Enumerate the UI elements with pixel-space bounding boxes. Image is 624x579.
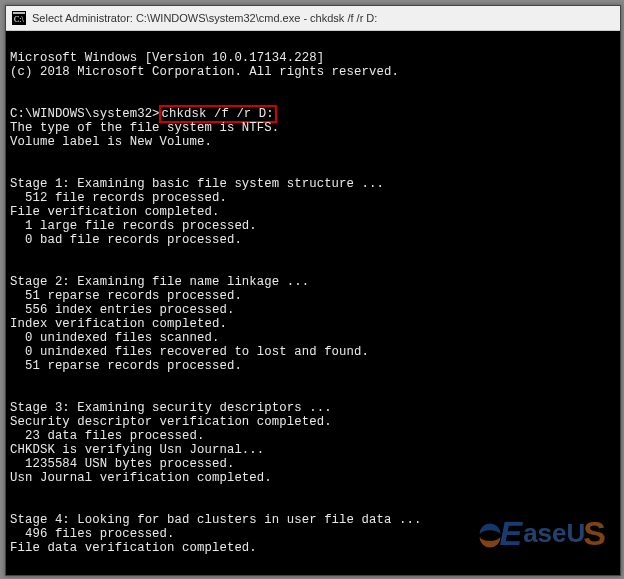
line: 1235584 USN bytes processed. xyxy=(10,457,234,471)
line: 51 reparse records processed. xyxy=(10,289,242,303)
line: 51 reparse records processed. xyxy=(10,359,242,373)
stage-heading: Stage 3: Examining security descriptors … xyxy=(10,401,332,415)
line: (c) 2018 Microsoft Corporation. All righ… xyxy=(10,65,399,79)
line: File data verification completed. xyxy=(10,541,257,555)
line: 0 unindexed files scanned. xyxy=(10,331,219,345)
titlebar[interactable]: C:\ Select Administrator: C:\WINDOWS\sys… xyxy=(6,6,620,31)
line: CHKDSK is verifying Usn Journal... xyxy=(10,443,264,457)
blank-line xyxy=(10,247,616,261)
cmd-window: C:\ Select Administrator: C:\WINDOWS\sys… xyxy=(5,5,621,576)
line: 0 bad file records processed. xyxy=(10,233,242,247)
stage-heading: Stage 1: Examining basic file system str… xyxy=(10,177,384,191)
blank-line xyxy=(10,373,616,387)
prompt: C:\WINDOWS\system32>chkdsk /f /r D: xyxy=(10,107,276,121)
line: 496 files processed. xyxy=(10,527,175,541)
line: File verification completed. xyxy=(10,205,219,219)
line: Microsoft Windows [Version 10.0.17134.22… xyxy=(10,51,324,65)
stage-heading: Stage 4: Looking for bad clusters in use… xyxy=(10,513,421,527)
line: The type of the file system is NTFS. xyxy=(10,121,279,135)
line: 1 large file records processed. xyxy=(10,219,257,233)
svg-rect-1 xyxy=(13,12,25,14)
terminal-output[interactable]: Microsoft Windows [Version 10.0.17134.22… xyxy=(6,31,620,576)
blank-line xyxy=(10,79,616,93)
line: 556 index entries processed. xyxy=(10,303,234,317)
title-text: Select Administrator: C:\WINDOWS\system3… xyxy=(32,12,377,24)
cmd-icon: C:\ xyxy=(12,11,26,25)
line: Index verification completed. xyxy=(10,317,227,331)
line: 512 file records processed. xyxy=(10,191,227,205)
line: Volume label is New Volume. xyxy=(10,135,212,149)
blank-line xyxy=(10,485,616,499)
line: Security descriptor verification complet… xyxy=(10,415,332,429)
blank-line xyxy=(10,555,616,569)
line: 0 unindexed files recovered to lost and … xyxy=(10,345,369,359)
prompt-path: C:\WINDOWS\system32> xyxy=(10,107,160,121)
blank-line xyxy=(10,149,616,163)
svg-text:C:\: C:\ xyxy=(14,15,25,24)
stage-heading: Stage 2: Examining file name linkage ... xyxy=(10,275,309,289)
line: Usn Journal verification completed. xyxy=(10,471,272,485)
line: 23 data files processed. xyxy=(10,429,204,443)
